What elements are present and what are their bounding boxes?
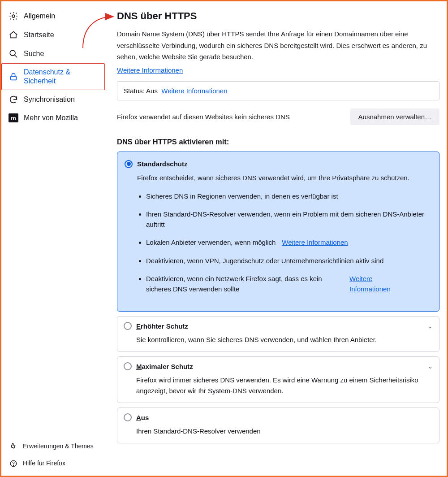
option-description: Firefox entscheidet, wann sicheres DNS v… (137, 173, 431, 183)
sidebar-item-label: Erweiterungen & Themes (23, 442, 99, 451)
mozilla-icon: m (9, 113, 18, 122)
option-standard[interactable]: Standardschutz Firefox entscheidet, wann… (117, 152, 439, 312)
sidebar-item-more-mozilla[interactable]: m Mehr von Mozilla (1, 109, 104, 127)
manage-exceptions-button[interactable]: Ausnahmen verwalten… (350, 108, 439, 125)
gear-icon (9, 11, 18, 21)
radio-off[interactable] (124, 413, 132, 421)
sidebar-item-label: Allgemein (24, 12, 99, 21)
option-description: Ihren Standard-DNS-Resolver verwenden (136, 426, 432, 437)
bullet-item: Ihren Standard-DNS-Resolver verwenden, w… (146, 209, 431, 230)
svg-line-2 (15, 55, 17, 58)
svg-rect-3 (11, 76, 17, 80)
bullet-item: Sicheres DNS in Regionen verwenden, in d… (146, 191, 431, 202)
bullet-item: Deaktivieren, wenn ein Netzwerk Firefox … (146, 274, 431, 294)
sidebar-item-label: Synchronisation (24, 95, 99, 104)
puzzle-icon (9, 442, 18, 451)
option-title: Erhöhter Schutz (136, 322, 188, 330)
section-description: Domain Name System (DNS) über HTTPS send… (117, 28, 439, 63)
option-increased[interactable]: ⌄ Erhöhter Schutz Sie kontrollieren, wan… (117, 316, 439, 352)
learn-more-link[interactable]: Weitere Informationen (282, 238, 348, 248)
sidebar-item-search[interactable]: Suche (1, 44, 104, 63)
help-icon (9, 459, 18, 468)
svg-point-5 (13, 465, 13, 465)
section-title: DNS über HTTPS (117, 10, 439, 22)
home-icon (9, 30, 18, 40)
sidebar-item-label: Startseite (24, 30, 99, 39)
sidebar-item-label: Suche (24, 49, 99, 58)
radio-max[interactable] (124, 362, 132, 370)
svg-point-0 (12, 15, 15, 17)
learn-more-link[interactable]: Weitere Informationen (349, 274, 403, 294)
learn-more-link[interactable]: Weitere Informationen (117, 66, 183, 74)
bullet-item: Lokalen Anbieter verwenden, wenn möglich… (146, 238, 431, 248)
sidebar-item-privacy-security[interactable]: Datenschutz & Sicherheit (1, 63, 105, 90)
lock-icon (9, 72, 18, 82)
option-title: Aus (136, 414, 149, 421)
sidebar-item-help[interactable]: Hilfe für Firefox (1, 455, 104, 472)
svg-point-1 (10, 50, 15, 56)
sidebar-item-label: Mehr von Mozilla (24, 113, 99, 122)
option-title: Standardschutz (137, 160, 188, 168)
option-max[interactable]: ⌄ Maximaler Schutz Firefox wird immer si… (117, 356, 439, 403)
no-secure-dns-text: Firefox verwendet auf diesen Websites ke… (117, 113, 290, 121)
bullet-item: Deaktivieren, wenn VPN, Jugendschutz ode… (146, 256, 431, 266)
sidebar-item-label: Datenschutz & Sicherheit (24, 68, 99, 86)
option-description: Firefox wird immer sicheres DNS verwende… (136, 375, 432, 396)
radio-standard[interactable] (125, 160, 133, 168)
sidebar-item-sync[interactable]: Synchronisation (1, 90, 104, 109)
status-learn-more-link[interactable]: Weitere Informationen (161, 87, 227, 95)
sync-icon (9, 95, 18, 104)
search-icon (9, 49, 18, 59)
status-value: Aus (146, 87, 158, 95)
option-off[interactable]: Aus Ihren Standard-DNS-Resolver verwende… (117, 408, 439, 443)
sidebar-item-extensions[interactable]: Erweiterungen & Themes (1, 438, 104, 455)
option-title: Maximaler Schutz (136, 363, 193, 370)
radio-increased[interactable] (124, 322, 132, 330)
chevron-down-icon: ⌄ (428, 363, 433, 370)
chevron-down-icon: ⌄ (428, 323, 433, 330)
sidebar-item-home[interactable]: Startseite (1, 26, 104, 44)
activate-heading: DNS über HTTPS aktivieren mit: (117, 138, 439, 146)
sidebar-item-label: Hilfe für Firefox (23, 460, 99, 468)
status-box: Status: Aus Weitere Informationen (117, 81, 439, 100)
sidebar-item-general[interactable]: Allgemein (1, 7, 104, 26)
status-label: Status: (124, 87, 145, 95)
option-description: Sie kontrollieren, wann Sie sicheres DNS… (136, 334, 432, 345)
